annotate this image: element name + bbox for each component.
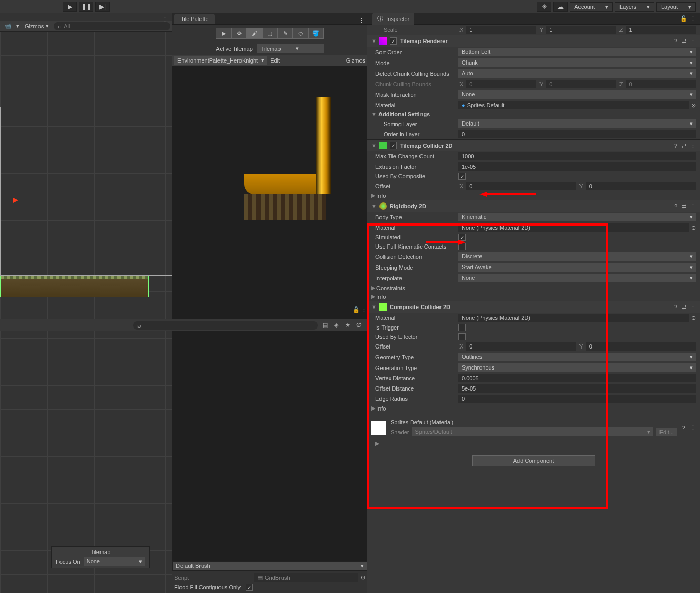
brush-tool[interactable]: 🖌 <box>247 28 262 39</box>
collision-dropdown[interactable]: Discrete▾ <box>458 252 696 261</box>
body-type-dropdown[interactable]: Kinematic▾ <box>458 213 696 221</box>
menu-icon[interactable]: ⋮ <box>690 304 696 311</box>
script-label: Script <box>174 575 254 581</box>
mask-dropdown[interactable]: None▾ <box>458 90 696 99</box>
erase-tool[interactable]: ◇ <box>293 28 308 39</box>
renderer-enabled-checkbox[interactable] <box>390 37 397 45</box>
preset-icon[interactable]: ⇄ <box>682 142 686 149</box>
active-tilemap-dropdown[interactable]: Tilemap▾ <box>257 44 324 53</box>
edit-shader-button[interactable]: Edit... <box>656 428 677 436</box>
gizmos-dropdown[interactable]: Gizmos ▾ <box>22 22 52 30</box>
tilemap-collider-header[interactable]: ▼ Tilemap Collider 2D ?⇄⋮ <box>367 139 700 151</box>
scale-x[interactable]: 1 <box>466 26 536 34</box>
help-icon[interactable]: ? <box>674 38 677 45</box>
material-field[interactable]: ●Sprites-Default <box>458 101 689 109</box>
camera-icon[interactable]: 📹 <box>2 22 14 30</box>
play-button[interactable]: ▶ <box>63 2 77 12</box>
menu-icon[interactable]: ⋮ <box>690 203 696 210</box>
object-picker-icon[interactable]: ⊙ <box>361 574 365 581</box>
scene-viewport[interactable]: Tilemap Focus On None▾ <box>0 32 172 593</box>
brush-dropdown[interactable]: Default Brush▾ <box>172 561 367 571</box>
interpolate-dropdown[interactable]: None▾ <box>458 274 696 282</box>
tile-palette-tab[interactable]: Tile Palette <box>174 14 215 24</box>
menu-icon[interactable]: ⋮ <box>690 142 696 149</box>
cc-offset-y[interactable]: 0 <box>586 342 696 351</box>
help-icon[interactable]: ? <box>674 304 677 311</box>
gen-dropdown[interactable]: Synchronous▾ <box>458 363 696 372</box>
is-trigger-checkbox[interactable] <box>458 324 466 331</box>
scale-label: Scale <box>371 27 458 33</box>
composite-header[interactable]: ▼ Composite Collider 2D ?⇄⋮ <box>367 301 700 313</box>
sort-order-dropdown[interactable]: Bottom Left▾ <box>458 48 696 56</box>
object-picker-icon[interactable]: ⊙ <box>691 315 696 321</box>
scale-y[interactable]: 1 <box>546 26 616 34</box>
object-picker-icon[interactable]: ⊙ <box>691 102 696 109</box>
collider-enabled-checkbox[interactable] <box>390 142 397 149</box>
mode-dropdown[interactable]: Chunk▾ <box>458 58 696 67</box>
edit-button[interactable]: Edit <box>267 57 283 64</box>
hidden-icon[interactable]: ⵁ <box>355 321 363 330</box>
add-component-button[interactable]: Add Component <box>472 455 595 466</box>
offset-d-field[interactable]: 5e-05 <box>458 384 696 393</box>
star-icon[interactable]: ★ <box>344 321 352 330</box>
picker-tool[interactable]: ✎ <box>277 28 293 39</box>
collider-offset-y[interactable]: 0 <box>586 182 696 190</box>
tag-icon[interactable]: ◈ <box>332 321 341 330</box>
order-field[interactable]: 0 <box>458 130 696 138</box>
panel-menu-icon[interactable]: ⋮ <box>690 15 696 22</box>
move-tool[interactable]: ✥ <box>231 28 247 39</box>
vertex-field[interactable]: 0.0005 <box>458 374 696 382</box>
panel-menu-icon-3[interactable]: ⋮ <box>162 16 168 23</box>
used-by-composite-checkbox[interactable] <box>458 173 466 180</box>
shader-dropdown[interactable]: Sprites/Default▾ <box>412 427 653 436</box>
preset-icon[interactable]: ⇄ <box>682 203 686 210</box>
inspector-tab[interactable]: ⓘ Inspector <box>372 13 414 25</box>
cloud-button[interactable]: ☁ <box>553 2 568 12</box>
box-tool[interactable]: ▢ <box>262 28 277 39</box>
palette-viewport[interactable] <box>172 66 367 561</box>
max-tile-field[interactable]: 1000 <box>458 152 696 160</box>
scene-search[interactable]: ⌕ All <box>54 22 170 30</box>
lock-icon-2[interactable]: 🔓 <box>353 306 360 313</box>
scale-z[interactable]: 1 <box>626 26 696 34</box>
filter-icon[interactable]: ▤ <box>321 321 329 330</box>
panel-menu-icon[interactable]: ⋮ <box>355 17 367 24</box>
edge-field[interactable]: 0 <box>458 395 696 403</box>
used-by-effector-checkbox[interactable] <box>458 333 466 340</box>
sleep-dropdown[interactable]: Start Awake▾ <box>458 263 696 272</box>
layout-dropdown[interactable]: Layout▾ <box>656 2 696 12</box>
help-icon[interactable]: ? <box>674 203 677 210</box>
project-search[interactable]: ⌕ <box>133 321 318 330</box>
account-dropdown[interactable]: Account▾ <box>570 2 613 12</box>
preset-icon[interactable]: ⇄ <box>682 38 686 45</box>
detect-dropdown[interactable]: Auto▾ <box>458 69 696 78</box>
panel-menu-icon-2[interactable]: ⋮ <box>361 306 367 313</box>
cloud-icon-button[interactable]: ☀ <box>537 2 551 12</box>
fill-tool[interactable]: 🪣 <box>308 28 324 39</box>
focus-on-dropdown[interactable]: None▾ <box>84 557 145 566</box>
cc-material-field[interactable]: None (Physics Material 2D) <box>458 314 689 322</box>
sorting-layer-dropdown[interactable]: Default▾ <box>458 119 696 128</box>
flood-fill-checkbox[interactable] <box>246 584 253 591</box>
preset-icon[interactable]: ⇄ <box>682 304 686 311</box>
step-button[interactable]: ▶| <box>95 2 110 12</box>
gizmos-label[interactable]: Gizmos <box>346 57 365 64</box>
menu-icon[interactable]: ⋮ <box>690 38 696 45</box>
menu-icon[interactable]: ⋮ <box>690 424 696 431</box>
pause-button[interactable]: ❚❚ <box>79 2 93 12</box>
cc-offset-x[interactable]: 0 <box>466 342 576 351</box>
material-header[interactable]: Sprites-Default (Material) Shader Sprite… <box>367 416 700 439</box>
help-icon[interactable]: ? <box>674 142 677 149</box>
rb-material-field[interactable]: None (Physics Material 2D) <box>458 223 689 232</box>
geom-dropdown[interactable]: Outlines▾ <box>458 353 696 361</box>
lock-icon[interactable]: 🔓 <box>680 15 687 22</box>
select-tool[interactable]: ▶ <box>216 28 231 39</box>
palette-dropdown[interactable]: EnvironmentPalette_HeroKnight▾ <box>174 56 267 65</box>
tilemap-renderer-header[interactable]: ▼ Tilemap Renderer ?⇄⋮ <box>367 35 700 47</box>
extrusion-field[interactable]: 1e-05 <box>458 162 696 171</box>
collider-offset-x[interactable]: 0 <box>466 182 576 190</box>
layers-dropdown[interactable]: Layers▾ <box>615 2 654 12</box>
help-icon[interactable]: ? <box>682 425 685 431</box>
rigidbody-header[interactable]: ▼ Rigidbody 2D ?⇄⋮ <box>367 200 700 212</box>
object-picker-icon[interactable]: ⊙ <box>691 224 696 231</box>
